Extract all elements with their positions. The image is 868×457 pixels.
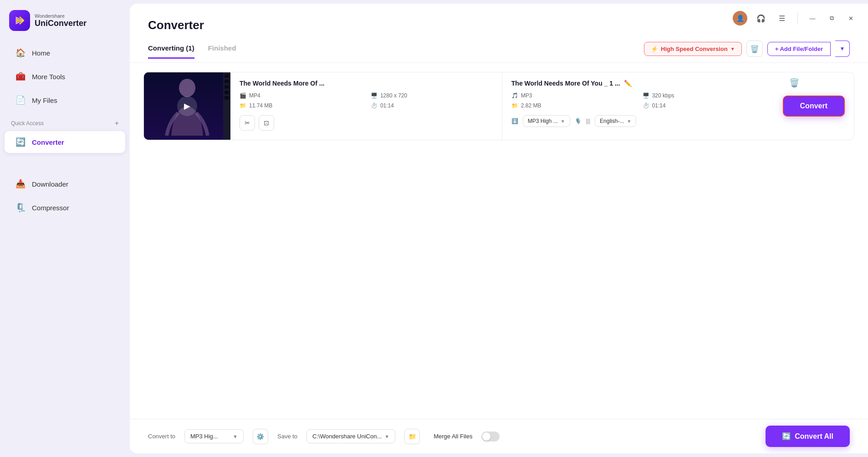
film-hole: [225, 85, 229, 89]
format-select-arrow: ▼: [233, 434, 238, 439]
sidebar-item-compressor-label: Compressor: [32, 204, 69, 212]
source-format-item: 🎬 MP4: [240, 92, 362, 99]
maximize-button[interactable]: ⧉: [825, 12, 838, 25]
sidebar-item-compressor[interactable]: 🗜️ Compressor: [5, 197, 125, 218]
main-content: 👤 🎧 ☰ — ⧉ ✕ Converter Converting (1) Fin…: [130, 4, 868, 453]
output-duration: 01:14: [652, 102, 666, 109]
output-bitrate: 320 kbps: [652, 92, 674, 99]
output-format-icon: 🎵: [511, 92, 518, 99]
file-list-area: ▶ The World Needs More Of ... 🎬 MP4 🖥️ 1…: [130, 63, 868, 419]
high-speed-arrow-icon: ▼: [730, 46, 735, 51]
output-duration-item: ⏱️ 01:14: [643, 102, 765, 109]
user-avatar[interactable]: 👤: [733, 11, 747, 25]
svg-point-2: [179, 79, 195, 97]
subtitle-dropdown-arrow: ▼: [627, 119, 631, 124]
convert-format-value: MP3 Hig...: [190, 433, 218, 440]
sidebar-item-home[interactable]: 🏠 Home: [5, 42, 125, 64]
browse-folder-button[interactable]: 📁: [404, 429, 420, 444]
high-speed-button[interactable]: ⚡ High Speed Conversion ▼: [644, 42, 742, 56]
sidebar-item-more-tools[interactable]: 🧰 More Tools: [5, 66, 125, 87]
edit-name-icon[interactable]: ✏️: [624, 80, 632, 87]
save-path-select[interactable]: C:\Wondershare UniCon... ▼: [306, 429, 395, 443]
film-hole: [225, 96, 229, 100]
save-to-label: Save to: [277, 433, 297, 440]
subtitle-dropdown[interactable]: English-... ▼: [595, 115, 636, 127]
quick-access-add-icon[interactable]: +: [115, 119, 119, 127]
more-tools-icon: 🧰: [15, 71, 26, 81]
tabs-row: Converting (1) Finished ⚡ High Speed Con…: [130, 32, 868, 63]
app-name-label: UniConverter: [35, 19, 87, 28]
tab-finished[interactable]: Finished: [208, 44, 236, 59]
convert-button-area: Convert: [774, 72, 854, 140]
home-icon: 🏠: [15, 48, 26, 58]
file-actions: ✂ ⊡: [240, 115, 493, 131]
quality-icon: ⬇️: [511, 118, 518, 124]
source-resolution-item: 🖥️ 1280 x 720: [371, 92, 493, 99]
duration-icon: ⏱️: [371, 102, 378, 109]
film-hole: [225, 80, 229, 83]
convert-all-button[interactable]: 🔄 Convert All: [766, 426, 850, 447]
sidebar-item-converter-label: Converter: [32, 138, 64, 146]
my-files-icon: 📄: [15, 95, 26, 105]
size-icon: 📁: [240, 102, 246, 109]
sidebar-item-my-files[interactable]: 📄 My Files: [5, 89, 125, 111]
convert-button[interactable]: Convert: [783, 96, 845, 117]
quality-value: MP3 High ...: [528, 118, 558, 124]
win-controls-divider: [797, 13, 798, 24]
subtitle-value: English-...: [600, 118, 624, 124]
output-size: 2.82 MB: [521, 102, 541, 109]
convert-all-icon: 🔄: [782, 432, 791, 441]
add-file-dropdown-button[interactable]: ▼: [835, 41, 850, 57]
convert-format-select[interactable]: MP3 Hig... ▼: [184, 429, 244, 443]
merge-toggle[interactable]: [481, 432, 500, 442]
output-name-row: The World Needs More Of You _ 1 ... ✏️: [511, 80, 765, 87]
source-size: 11.74 MB: [249, 102, 272, 109]
brand-label: Wondershare: [35, 13, 87, 19]
source-file-meta: 🎬 MP4 🖥️ 1280 x 720 📁 11.74 MB ⏱️ 01:14: [240, 92, 493, 109]
quality-dropdown-arrow: ▼: [561, 119, 565, 124]
output-options: ⬇️ MP3 High ... ▼ 🎙️ ||| English-... ▼: [511, 115, 765, 127]
compressor-icon: 🗜️: [15, 203, 26, 213]
sidebar-item-home-label: Home: [32, 49, 50, 57]
file-thumbnail: ▶: [144, 72, 230, 140]
output-duration-icon: ⏱️: [643, 102, 649, 109]
crop-button[interactable]: ⊡: [259, 115, 274, 131]
film-hole: [225, 91, 229, 94]
output-bitrate-item: 🖥️ 320 kbps: [643, 92, 765, 99]
toggle-knob: [482, 432, 490, 441]
sidebar: Wondershare UniConverter 🏠 Home 🧰 More T…: [0, 0, 130, 457]
bottom-bar: Convert to MP3 Hig... ▼ ⚙️ Save to C:\Wo…: [130, 419, 868, 453]
play-button[interactable]: ▶: [177, 96, 197, 116]
output-settings-button[interactable]: ⚙️: [253, 429, 268, 444]
convert-all-label: Convert All: [795, 432, 833, 441]
tabs-left: Converting (1) Finished: [148, 44, 236, 59]
source-resolution: 1280 x 720: [380, 92, 407, 99]
output-file-name: The World Needs More Of You _ 1 ...: [511, 80, 620, 87]
delete-all-button[interactable]: 🗑️: [746, 41, 763, 57]
film-hole: [225, 74, 229, 78]
headset-icon[interactable]: 🎧: [754, 11, 768, 25]
trim-button[interactable]: ✂: [240, 115, 255, 131]
quick-access-section: Quick Access +: [0, 112, 130, 130]
add-file-button[interactable]: + Add File/Folder: [767, 42, 831, 56]
tabs-right: ⚡ High Speed Conversion ▼ 🗑️ + Add File/…: [644, 41, 850, 62]
save-path-arrow: ▼: [384, 434, 389, 439]
quality-dropdown[interactable]: MP3 High ... ▼: [523, 115, 570, 127]
minimize-button[interactable]: —: [806, 12, 819, 25]
source-duration-item: ⏱️ 01:14: [371, 102, 493, 109]
close-button[interactable]: ✕: [844, 12, 857, 25]
output-format-item: 🎵 MP3: [511, 92, 633, 99]
logo-text: Wondershare UniConverter: [35, 13, 87, 28]
sidebar-item-converter[interactable]: 🔄 Converter: [5, 131, 125, 153]
sidebar-item-downloader[interactable]: 📥 Downloader: [5, 173, 125, 195]
tab-converting[interactable]: Converting (1): [148, 44, 194, 59]
output-bitrate-icon: 🖥️: [643, 92, 649, 99]
card-delete-button[interactable]: 🗑️: [789, 78, 799, 88]
converter-icon: 🔄: [15, 137, 26, 147]
logo-area: Wondershare UniConverter: [0, 0, 130, 41]
output-meta: 🎵 MP3 🖥️ 320 kbps 📁 2.82 MB ⏱️ 01:14: [511, 92, 765, 109]
output-file-info: The World Needs More Of You _ 1 ... ✏️ 🎵…: [502, 72, 774, 140]
top-bar: 👤 🎧 ☰ — ⧉ ✕: [722, 4, 868, 33]
source-file-name: The World Needs More Of ...: [240, 80, 493, 87]
menu-icon[interactable]: ☰: [775, 11, 789, 25]
